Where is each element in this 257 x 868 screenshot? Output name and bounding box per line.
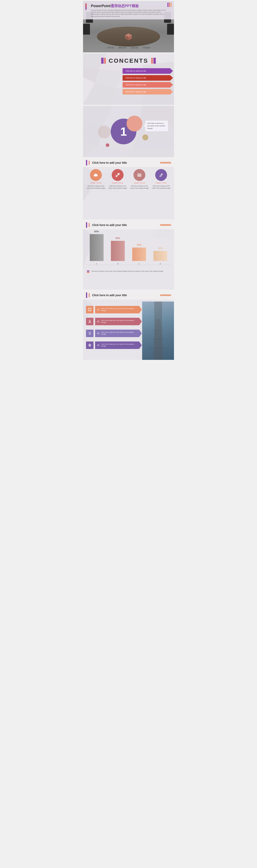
svg-marker-9: [83, 65, 99, 83]
bar-group-c: 40% C: [132, 248, 146, 265]
list-text-3: Click here to add you to the center of t…: [101, 331, 137, 336]
slide6-title[interactable]: Click here to add your title: [92, 293, 159, 297]
icons-container: 01 YOUR TITLE Click here to add you to t…: [86, 169, 171, 189]
cube-icon: [125, 33, 132, 41]
slide4-title[interactable]: Click here to add your title: [92, 161, 159, 164]
bar-chart: 80% A 60% B: [86, 231, 171, 265]
bar-label-b: B: [117, 263, 119, 265]
icon-item-4: 04 YOUR TITLE Click here to add you to t…: [151, 169, 171, 189]
list-num-1: 01: [97, 308, 99, 311]
icon-desc-4: Click here to add you to the center of t…: [151, 185, 171, 189]
list-icon-4: [86, 341, 94, 349]
svg-point-49: [89, 320, 91, 321]
bar-pct-d: 30%: [158, 247, 163, 250]
bar-pct-b: 60%: [116, 237, 120, 240]
icon-desc-3: Click here to add you to the center of t…: [129, 185, 149, 189]
icon-label-2: YOUR TITLE: [112, 182, 123, 184]
svg-point-52: [89, 345, 90, 346]
svg-rect-31: [94, 175, 97, 176]
list-left: 01 Click here to add you to the center o…: [83, 302, 142, 360]
laptop-icon: [137, 172, 142, 178]
header-right-5: [160, 224, 171, 226]
cart-icon: [88, 308, 92, 312]
svg-line-36: [119, 174, 119, 174]
svg-rect-46: [88, 309, 91, 311]
svg-marker-13: [83, 83, 117, 105]
list-item-1: 01 Click here to add you to the center o…: [86, 305, 139, 315]
svg-rect-51: [89, 334, 90, 335]
decorative-circle-4: [106, 143, 109, 147]
note-accent-bar-2: [87, 272, 89, 273]
icon-label-1: YOUR TITLE: [90, 182, 102, 184]
decorative-circle-1: [127, 116, 142, 131]
header-accent-left: [86, 160, 87, 165]
decorative-circle-2: [98, 126, 111, 138]
bar-b: 60%: [111, 241, 125, 261]
icon-item-1: 01 YOUR TITLE Click here to add you to t…: [86, 169, 106, 189]
list-item-2: 02 Click here to add you to the center o…: [86, 316, 139, 327]
note-accent-bar-1: [87, 271, 89, 272]
svg-marker-22: [83, 142, 99, 157]
header-accent-5: [89, 223, 90, 227]
bar-c: 40%: [132, 248, 146, 261]
person-icon: [88, 319, 92, 323]
header-accent-left-5: [86, 222, 87, 228]
list-arrow-4: [139, 341, 142, 349]
callout-box[interactable]: Click here to add you to the center of t…: [145, 121, 168, 131]
chart-note: Click here to add you to the center of t…: [86, 270, 171, 273]
icon-circle-2: 02: [112, 169, 124, 181]
list-content-3[interactable]: 03 Click here to add you to the center o…: [95, 330, 139, 337]
list-item-4: 04 Click here to add you to the center o…: [86, 340, 139, 350]
ribbon-2[interactable]: Click here to add your title: [123, 75, 170, 81]
note-accent: [87, 270, 89, 273]
icon-circle-3: 03: [133, 169, 145, 181]
svg-marker-10: [95, 69, 123, 89]
slide6-header: Click here to add your title: [83, 291, 174, 300]
bar-a: 80%: [90, 234, 104, 261]
ribbon-3[interactable]: Click here to add your title: [123, 82, 170, 88]
bar-pct-a: 80%: [94, 230, 99, 233]
bar-label-a: A: [96, 263, 97, 265]
list-text-2: Click here to add you to the center of t…: [101, 319, 137, 324]
list-arrow-3: [139, 330, 142, 337]
ribbon-1[interactable]: Click here to add your title: [123, 68, 170, 74]
slide5-header: Click here to add your title: [83, 220, 174, 229]
list-content-1[interactable]: 01 Click here to add you to the center o…: [95, 306, 139, 313]
tools-icon: [115, 172, 120, 178]
list-text-1: Click here to add you to the center of t…: [101, 308, 137, 312]
bar-label-c: C: [138, 263, 140, 265]
callout-text: Click here to add you to the center of t…: [147, 122, 166, 130]
list-num-4: 04: [97, 344, 99, 346]
svg-rect-39: [137, 176, 141, 177]
slide5-title[interactable]: Click here to add your title: [92, 223, 159, 226]
svg-point-30: [95, 174, 97, 176]
svg-marker-16: [83, 106, 113, 126]
list-text-4: Click here to add you to the center of t…: [101, 343, 137, 347]
header-right-decoration: [160, 162, 171, 163]
slide1-title: PowerPoint通用动态PPT模板: [91, 4, 170, 8]
icon-desc-2: Click here to add you to the center of t…: [108, 185, 128, 189]
list-icon-3: [86, 330, 94, 337]
bar-group-b: 60% B: [111, 241, 125, 265]
header-right-6: [160, 294, 171, 296]
list-content-2[interactable]: 02 Click here to add you to the center o…: [95, 318, 139, 325]
list-area: 01 Click here to add you to the center o…: [83, 302, 174, 360]
bulb-icon: [88, 331, 92, 335]
svg-line-41: [160, 176, 160, 177]
list-content-4[interactable]: 04 Click here to add you to the center o…: [95, 341, 139, 349]
svg-marker-23: [83, 145, 132, 157]
gear-icon: [88, 343, 92, 347]
list-icon-2: [86, 318, 94, 325]
bar-group-d: 30% D: [153, 251, 167, 265]
bar-group-a: 80% A: [90, 234, 104, 265]
icon-label-3: YOUR TITLE: [134, 182, 145, 184]
header-accent-left-6: [86, 292, 87, 298]
cloud-icon: [93, 172, 99, 178]
pen-icon: [158, 172, 164, 178]
header-accent-right: [89, 161, 90, 165]
decorative-circle-3: [142, 134, 148, 141]
svg-line-32: [117, 175, 118, 176]
chart-container: 80% A 60% B: [86, 231, 171, 275]
list-num-3: 03: [97, 332, 99, 335]
ribbon-4[interactable]: Click here to add your title: [123, 89, 170, 94]
